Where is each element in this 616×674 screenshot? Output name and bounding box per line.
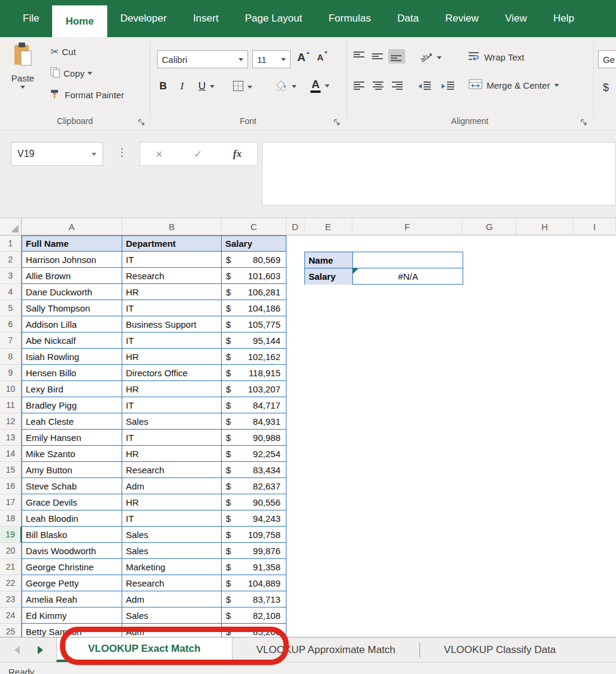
row-header-24[interactable]: 24 <box>0 607 22 624</box>
cell-H3[interactable] <box>517 268 573 284</box>
cell-B11[interactable]: IT <box>122 397 222 413</box>
column-header-G[interactable]: G <box>463 218 517 235</box>
cell-H9[interactable] <box>517 365 573 381</box>
cell-I25[interactable] <box>573 624 616 637</box>
cell-G14[interactable] <box>463 446 517 462</box>
cell-A20[interactable]: Davis Woodworth <box>22 543 122 559</box>
cell-A1[interactable]: Full Name <box>22 235 122 252</box>
cell-E22[interactable] <box>304 575 352 591</box>
cell-A16[interactable]: Steve Schab <box>22 478 122 494</box>
cell-C19[interactable]: $109,758 <box>222 527 286 543</box>
cell-C3[interactable]: $101,603 <box>222 268 286 284</box>
cell-D17[interactable] <box>286 494 304 510</box>
row-header-11[interactable]: 11 <box>0 397 22 413</box>
cell-I16[interactable] <box>573 478 616 494</box>
select-all-corner[interactable] <box>0 218 22 235</box>
cell-I7[interactable] <box>573 333 616 349</box>
cell-H11[interactable] <box>517 397 573 413</box>
row-header-14[interactable]: 14 <box>0 446 22 462</box>
cell-F18[interactable] <box>352 510 463 527</box>
cell-D19[interactable] <box>286 527 304 543</box>
row-header-6[interactable]: 6 <box>0 316 22 333</box>
cell-I17[interactable] <box>573 494 616 510</box>
row-header-12[interactable]: 12 <box>0 413 22 430</box>
cell-F16[interactable] <box>352 478 463 494</box>
row-header-19[interactable]: 19 <box>0 527 22 543</box>
decrease-indent-icon[interactable] <box>416 79 433 93</box>
cell-F8[interactable] <box>352 349 463 365</box>
ribbon-tab-file[interactable]: File <box>10 0 52 37</box>
cell-A6[interactable]: Addison Lilla <box>22 316 122 333</box>
cell-A9[interactable]: Hensen Billo <box>22 365 122 381</box>
cell-E24[interactable] <box>304 607 352 624</box>
cell-G7[interactable] <box>463 333 517 349</box>
cell-B4[interactable]: HR <box>122 284 222 300</box>
formula-input[interactable] <box>262 142 616 205</box>
cell-H25[interactable] <box>517 624 573 637</box>
cell-H22[interactable] <box>517 575 573 591</box>
cell-D25[interactable] <box>286 624 304 637</box>
ribbon-tab-home[interactable]: Home <box>52 5 107 37</box>
align-right-icon[interactable] <box>388 79 405 93</box>
cell-B9[interactable]: Directors Office <box>122 365 222 381</box>
cell-G13[interactable] <box>463 430 517 446</box>
row-header-8[interactable]: 8 <box>0 349 22 365</box>
row-header-5[interactable]: 5 <box>0 300 22 316</box>
ribbon-tab-view[interactable]: View <box>492 0 540 37</box>
cell-C5[interactable]: $104,186 <box>222 300 286 316</box>
cell-D10[interactable] <box>286 381 304 397</box>
cell-G18[interactable] <box>463 510 517 527</box>
cell-E16[interactable] <box>304 478 352 494</box>
row-header-23[interactable]: 23 <box>0 591 22 607</box>
cell-C12[interactable]: $84,931 <box>222 413 286 430</box>
cell-D4[interactable] <box>286 284 304 300</box>
clipboard-dialog-launcher-icon[interactable] <box>138 117 145 125</box>
ribbon-tab-formulas[interactable]: Formulas <box>315 0 384 37</box>
cell-C20[interactable]: $99,876 <box>222 543 286 559</box>
cell-I8[interactable] <box>573 349 616 365</box>
decrease-font-size-button[interactable]: A <box>317 53 328 62</box>
cell-A11[interactable]: Bradley Pigg <box>22 397 122 413</box>
cell-G10[interactable] <box>463 381 517 397</box>
cell-A21[interactable]: George Christine <box>22 559 122 575</box>
column-header-A[interactable]: A <box>22 218 122 235</box>
cell-A5[interactable]: Sally Thompson <box>22 300 122 316</box>
cell-H18[interactable] <box>517 510 573 527</box>
cell-I22[interactable] <box>573 575 616 591</box>
font-color-button[interactable]: A <box>310 78 330 93</box>
cell-C1[interactable]: Salary <box>222 235 286 252</box>
cell-G4[interactable] <box>463 284 517 300</box>
cell-B12[interactable]: Sales <box>122 413 222 430</box>
cell-D8[interactable] <box>286 349 304 365</box>
cell-B1[interactable]: Department <box>122 235 222 252</box>
cell-G23[interactable] <box>463 591 517 607</box>
cell-G3[interactable] <box>463 268 517 284</box>
cell-H4[interactable] <box>517 284 573 300</box>
cell-G5[interactable] <box>463 300 517 316</box>
row-header-4[interactable]: 4 <box>0 284 22 300</box>
cell-C2[interactable]: $80,569 <box>222 252 286 268</box>
cell-G19[interactable] <box>463 527 517 543</box>
cell-E21[interactable] <box>304 559 352 575</box>
cell-F15[interactable] <box>352 462 463 478</box>
cell-H20[interactable] <box>517 543 573 559</box>
cell-A13[interactable]: Emily Hansen <box>22 430 122 446</box>
cell-B10[interactable]: HR <box>122 381 222 397</box>
format-painter-button[interactable]: Format Painter <box>50 89 124 101</box>
cell-H13[interactable] <box>517 430 573 446</box>
cell-D24[interactable] <box>286 607 304 624</box>
cell-F6[interactable] <box>352 316 463 333</box>
cell-D5[interactable] <box>286 300 304 316</box>
cell-F2[interactable] <box>353 252 463 268</box>
cell-H7[interactable] <box>517 333 573 349</box>
cell-D18[interactable] <box>286 510 304 527</box>
row-header-7[interactable]: 7 <box>0 333 22 349</box>
row-header-2[interactable]: 2 <box>0 252 22 268</box>
cell-H23[interactable] <box>517 591 573 607</box>
cell-B2[interactable]: IT <box>122 252 222 268</box>
ribbon-tab-developer[interactable]: Developer <box>107 0 180 37</box>
cell-G8[interactable] <box>463 349 517 365</box>
cell-F14[interactable] <box>352 446 463 462</box>
cell-A3[interactable]: Allie Brown <box>22 268 122 284</box>
paste-dropdown-caret[interactable] <box>20 86 25 89</box>
